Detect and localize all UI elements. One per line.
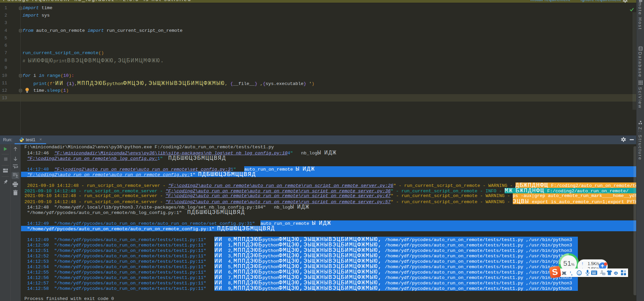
- svg-text:16: 16: [603, 273, 605, 275]
